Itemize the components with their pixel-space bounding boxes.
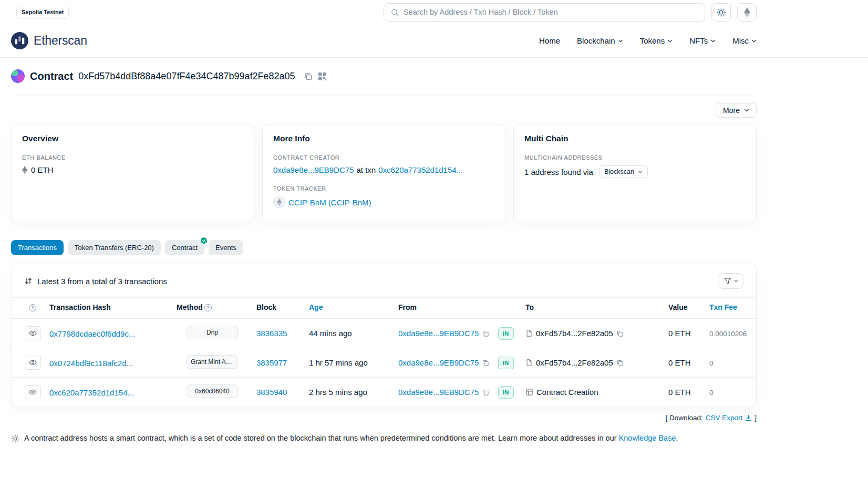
nav-item-blockchain[interactable]: Blockchain [577,36,623,45]
copy-icon[interactable] [616,330,624,337]
network-selector-button[interactable] [737,3,757,22]
download-prefix: [ Download: [665,414,702,422]
block-link[interactable]: 3835940 [256,388,287,397]
to-address: Contract Creation [536,388,598,397]
creator-at-txn-text: at txn [356,165,376,174]
transactions-table: ? Transaction Hash Method? Block Age Fro… [12,297,756,407]
tab-transactions[interactable]: Transactions [11,240,64,255]
from-address-link[interactable]: 0xda9e8e...9EB9DC75 [398,329,479,338]
more-button-label: More [723,106,740,114]
nav-item-tokens[interactable]: Tokens [640,36,673,45]
col-value: Value [668,303,688,311]
note-suffix: . [676,434,678,442]
main-nav: Home Blockchain Tokens NFTs Misc [539,36,757,45]
txn-hash-link[interactable]: 0x7798dcdaec0f6dd9c... [49,329,135,338]
copy-icon[interactable] [616,359,624,367]
more-button[interactable]: More [716,103,757,118]
col-from: From [398,303,417,311]
token-tracker-link[interactable]: CCIP-BnM (CCIP-BnM) [288,198,371,207]
creator-txn-link[interactable]: 0xc620a77352d1d154... [378,165,463,174]
contract-file-icon [525,329,533,337]
help-icon: ? [29,304,36,311]
creator-address-link[interactable]: 0xda9e8e...9EB9DC75 [273,165,354,174]
block-link[interactable]: 3836335 [256,329,287,338]
nav-label: Tokens [640,36,665,45]
search-input[interactable] [404,8,698,16]
eye-icon [29,329,37,337]
txn-hash-link[interactable]: 0xc620a77352d1d154... [49,388,134,397]
txn-fee-text: 0.00010206 [709,330,747,338]
copy-icon[interactable] [482,330,489,337]
method-badge: Drip [187,326,238,339]
nav-item-home[interactable]: Home [539,36,560,45]
tab-token-transfers[interactable]: Token Transfers (ERC-20) [68,240,161,255]
divider [11,96,757,96]
tab-contract[interactable]: Contract [165,240,204,255]
txn-fee-text: 0 [709,389,714,397]
txn-preview-button[interactable] [25,356,41,370]
col-age-toggle[interactable]: Age [309,303,323,311]
csv-export-link[interactable]: CSV Export [706,414,752,422]
copy-address-button[interactable] [304,72,313,81]
sun-icon [717,8,726,17]
txn-preview-button[interactable] [25,385,41,399]
col-to: To [525,303,534,311]
transactions-card: Latest 3 from a total of 3 transactions … [11,263,757,407]
to-address: 0xFd57b4...2Fe82a05 [536,358,613,367]
nav-item-misc[interactable]: Misc [732,36,757,45]
overview-card: Overview ETH BALANCE 0 ETH [11,124,254,222]
col-block: Block [256,303,276,311]
from-address-link[interactable]: 0xda9e8e...9EB9DC75 [398,388,479,397]
value-text: 0 ETH [668,388,691,397]
eth-balance-value: 0 ETH [31,165,54,174]
nav-label: Blockchain [577,36,615,45]
sort-icon[interactable] [24,277,33,285]
more-row: More [11,103,757,118]
copy-icon[interactable] [482,389,489,396]
network-badge[interactable]: Sepolia Testnet [16,6,69,18]
nav-item-nfts[interactable]: NFTs [689,36,716,45]
brand-logo[interactable]: Etherscan [11,32,87,49]
footer-note: A contract address hosts a smart contrac… [11,434,757,474]
nav-label: Home [539,36,560,45]
method-badge: Grant Mint An... [187,355,238,369]
block-link[interactable]: 3835977 [256,358,287,367]
page-title: Contract [30,70,73,82]
knowledge-base-link[interactable]: Knowledge Base [619,434,676,442]
multichain-addresses-label: MULTICHAIN ADDRESSES [524,154,746,161]
method-badge: 0x60c06040 [187,384,238,398]
copy-icon[interactable] [482,359,489,367]
main-content: Contract 0xFd57b4ddBf88a4e07fF4e34C487b9… [11,58,757,474]
theme-toggle-button[interactable] [711,3,731,22]
eye-icon [29,359,37,367]
tab-events[interactable]: Events [209,240,243,255]
col-txn-fee-toggle[interactable]: Txn Fee [709,303,737,311]
brand-name: Etherscan [34,34,87,48]
topbar: Sepolia Testnet [0,0,868,24]
from-address-link[interactable]: 0xda9e8e...9EB9DC75 [398,358,479,367]
chevron-down-icon [744,108,749,113]
more-info-card-title: More Info [273,134,494,143]
txn-hash-link[interactable]: 0x0724bdf9c118afc2d... [49,359,133,368]
value-text: 0 ETH [668,358,691,367]
blockscan-dropdown[interactable]: Blockscan [599,165,648,178]
search-box [384,3,705,22]
chevron-down-icon [751,38,757,44]
table-header-row: ? Transaction Hash Method? Block Age Fro… [12,298,756,319]
download-suffix: ] [755,414,757,422]
transaction-row: 0xc620a77352d1d154... 0x60c06040 3835940… [12,378,756,407]
age-text: 44 mins ago [309,329,352,338]
download-icon [745,414,752,421]
txn-preview-button[interactable] [25,326,41,340]
overview-card-title: Overview [22,134,243,143]
filter-button[interactable] [719,273,743,289]
qr-code-icon [318,72,327,81]
idea-icon [11,434,19,443]
age-text: 1 hr 57 mins ago [309,358,368,367]
txn-fee-text: 0 [709,359,714,367]
qr-code-button[interactable] [318,72,327,81]
transaction-row: 0x0724bdf9c118afc2d... Grant Mint An... … [12,348,756,378]
footer-note-text: A contract address hosts a smart contrac… [24,434,678,442]
search-icon [391,8,399,16]
verified-check-icon [201,237,207,244]
